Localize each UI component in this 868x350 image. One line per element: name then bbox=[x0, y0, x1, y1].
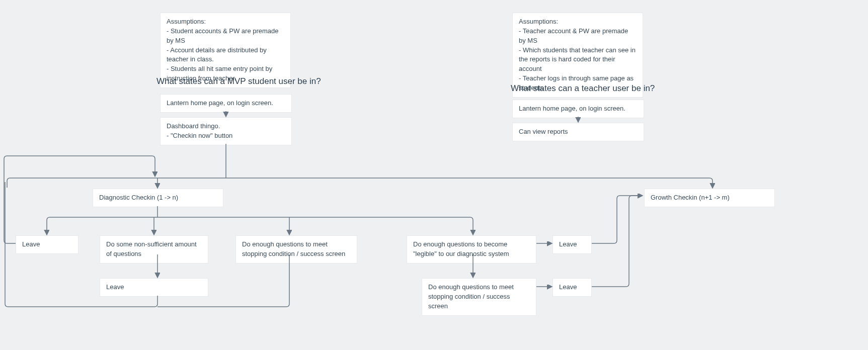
student-dashboard-box: Dashboard thingo. - "Checkin now" button bbox=[160, 117, 292, 145]
flowchart-canvas: Assumptions: - Student accounts & PW are… bbox=[0, 0, 868, 350]
stopping-2-box: Do enough questions to meet stopping con… bbox=[422, 278, 536, 316]
teacher-heading: What states can a teacher user be in? bbox=[511, 83, 655, 94]
teacher-reports-box: Can view reports bbox=[512, 123, 644, 141]
stopping-1-box: Do enough questions to meet stopping con… bbox=[235, 235, 357, 264]
leave-4-box: Leave bbox=[553, 278, 592, 297]
legible-box: Do enough questions to become "legible" … bbox=[407, 235, 536, 264]
leave-2-box: Leave bbox=[100, 278, 208, 297]
diagnostic-checkin-box: Diagnostic Checkin (1 -> n) bbox=[93, 189, 223, 207]
nonsufficient-box: Do some non-sufficient amount of questio… bbox=[100, 235, 208, 264]
growth-checkin-box: Growth Checkin (n+1 -> m) bbox=[644, 189, 775, 207]
leave-1-box: Leave bbox=[16, 235, 78, 254]
student-heading: What states can a MVP student user be in… bbox=[156, 76, 321, 86]
leave-3-box: Leave bbox=[553, 235, 592, 254]
teacher-login-box: Lantern home page, on login screen. bbox=[512, 100, 644, 118]
student-login-box: Lantern home page, on login screen. bbox=[160, 94, 292, 113]
